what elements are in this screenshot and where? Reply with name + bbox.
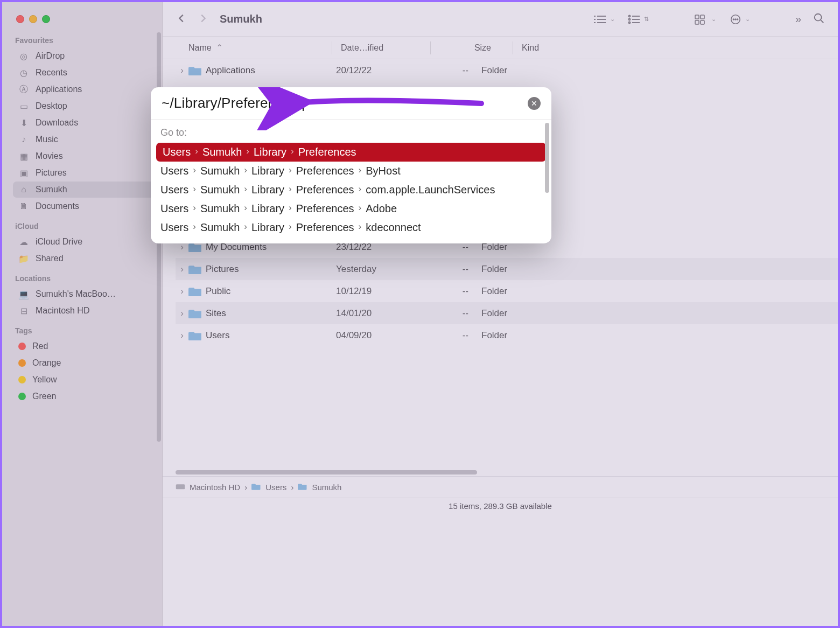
path-part: com.apple.LaunchServices — [366, 184, 495, 196]
disclosure-triangle-icon[interactable]: › — [176, 286, 188, 297]
suggestion-row[interactable]: Users› Sumukh› Library› Preferences› com… — [151, 180, 551, 199]
column-header-name[interactable]: Name⌃ — [188, 43, 323, 53]
search-button[interactable] — [813, 12, 825, 26]
sidebar-item-pictures[interactable]: ▣Pictures — [13, 165, 155, 181]
path-part: Preferences — [296, 221, 354, 234]
chevron-right-icon: › — [243, 165, 248, 177]
input-text: ~/Library/Preferences/ — [162, 95, 302, 111]
column-header-kind[interactable]: Kind — [522, 43, 838, 53]
airdrop-icon: ◎ — [18, 51, 29, 61]
tag-red-icon — [18, 343, 26, 350]
sidebar-item-label: Macintosh HD — [36, 306, 89, 316]
suggestion-row[interactable]: Users› Sumukh› Library› Preferences — [156, 143, 546, 162]
disclosure-triangle-icon[interactable]: › — [176, 308, 188, 319]
sidebar-tag-red[interactable]: Red — [13, 338, 155, 354]
header-label: Name — [188, 43, 212, 53]
suggestion-row[interactable]: Users› Sumukh› Library› Preferences› ByH… — [151, 162, 551, 180]
downloads-icon: ⬇ — [18, 118, 29, 128]
chevron-down-icon: ⌄ — [711, 16, 716, 23]
sidebar-tag-orange[interactable]: Orange — [13, 355, 155, 371]
svg-point-18 — [735, 19, 736, 20]
sidebar-tag-green[interactable]: Green — [13, 388, 155, 404]
path-bar: Macintosh HD › Users › Sumukh — [163, 476, 838, 498]
sidebar-item-downloads[interactable]: ⬇Downloads — [13, 115, 155, 131]
goto-scrollbar[interactable] — [545, 123, 549, 193]
chevron-right-icon: › — [358, 203, 363, 215]
svg-point-6 — [628, 15, 630, 17]
tag-orange-icon — [18, 359, 26, 367]
folder-icon — [298, 483, 307, 492]
column-header-date[interactable]: Date…ified — [341, 43, 422, 53]
chevron-right-icon: › — [288, 184, 293, 196]
svg-point-7 — [628, 18, 630, 20]
sidebar-item-applications[interactable]: ⒶApplications — [13, 81, 155, 97]
sidebar-item-recents[interactable]: ◷Recents — [13, 65, 155, 81]
sidebar-item-label: Downloads — [36, 118, 78, 128]
sidebar-item-sumukh[interactable]: ⌂Sumukh — [13, 182, 155, 198]
disclosure-triangle-icon[interactable]: › — [176, 65, 188, 76]
path-segment[interactable]: Sumukh — [312, 483, 341, 492]
view-options-button[interactable]: ⇅ — [627, 13, 649, 25]
file-name: Public — [202, 286, 336, 297]
file-name: Sites — [202, 308, 336, 319]
svg-rect-12 — [695, 15, 699, 19]
file-row[interactable]: › Public 10/12/19 -- Folder — [176, 280, 838, 302]
chevron-right-icon: › — [192, 184, 197, 196]
file-row[interactable]: › Users 04/09/20 -- Folder — [176, 324, 838, 346]
nav-back-button[interactable] — [176, 12, 187, 26]
column-header-size[interactable]: Size — [439, 43, 504, 53]
sidebar-item-music[interactable]: ♪Music — [13, 131, 155, 148]
file-row[interactable]: › Pictures Yesterday -- Folder — [176, 258, 838, 280]
horizontal-scrollbar[interactable] — [176, 469, 825, 476]
icon-size-button[interactable]: ⌄ — [694, 13, 716, 25]
tag-green-icon — [18, 393, 26, 400]
disclosure-triangle-icon[interactable]: › — [176, 330, 188, 341]
sidebar-item-icloud-drive[interactable]: ☁iCloud Drive — [13, 234, 155, 250]
action-menu-button[interactable]: ⌄ — [728, 13, 750, 25]
chevron-right-icon: › — [243, 203, 248, 215]
sidebar-item-macbook[interactable]: 💻Sumukh's MacBoo… — [13, 286, 155, 302]
disk-icon — [176, 483, 185, 492]
sidebar-item-desktop[interactable]: ▭Desktop — [13, 98, 155, 114]
sidebar-item-airdrop[interactable]: ◎AirDrop — [13, 48, 155, 64]
disclosure-triangle-icon[interactable]: › — [176, 264, 188, 275]
file-kind: Folder — [481, 308, 507, 319]
path-part: Users — [160, 184, 188, 196]
nav-forward-button[interactable] — [197, 12, 209, 26]
sidebar-item-movies[interactable]: ▦Movies — [13, 148, 155, 164]
toolbar: Sumukh ⌄ ⇅ ⌄ ⌄ » — [163, 2, 838, 37]
file-row[interactable]: › Applications 20/12/22 -- Folder — [176, 59, 838, 81]
go-to-path-input[interactable]: ~/Library/Preferences/ — [162, 95, 528, 111]
path-part: Sumukh — [200, 203, 240, 215]
zoom-window-button[interactable] — [42, 15, 50, 23]
path-segment[interactable]: Users — [265, 483, 286, 492]
chevron-right-icon: › — [288, 221, 293, 234]
path-part: Library — [254, 146, 286, 158]
cloud-icon: ☁ — [18, 237, 29, 247]
sidebar-item-macintosh-hd[interactable]: ⊟Macintosh HD — [13, 303, 155, 319]
file-date: 10/12/19 — [336, 286, 417, 297]
svg-rect-15 — [701, 20, 704, 24]
minimize-window-button[interactable] — [29, 15, 37, 23]
file-kind: Folder — [481, 264, 507, 275]
suggestion-row[interactable]: Users› Sumukh› Library› Preferences› kde… — [151, 218, 551, 237]
svg-rect-22 — [176, 484, 185, 489]
suggestion-row[interactable]: Users› Sumukh› Library› Preferences› Ado… — [151, 199, 551, 218]
text-caret — [303, 97, 304, 111]
chevron-right-icon: › — [358, 221, 363, 234]
overflow-button[interactable]: » — [795, 13, 801, 25]
clear-input-button[interactable]: ✕ — [528, 97, 541, 110]
path-part: kdeconnect — [366, 221, 421, 234]
sidebar-item-documents[interactable]: 🗎Documents — [13, 198, 155, 214]
group-by-button[interactable]: ⌄ — [593, 13, 615, 25]
sidebar-item-label: Red — [32, 341, 48, 351]
file-name: Users — [202, 330, 336, 341]
sidebar-item-label: Yellow — [32, 375, 57, 385]
close-window-button[interactable] — [16, 15, 24, 23]
file-row[interactable]: › Sites 14/01/20 -- Folder — [176, 302, 838, 324]
file-size: -- — [417, 264, 481, 275]
sidebar-item-shared[interactable]: 📁Shared — [13, 250, 155, 267]
path-segment[interactable]: Macintosh HD — [190, 483, 240, 492]
sidebar-tag-yellow[interactable]: Yellow — [13, 372, 155, 388]
sidebar-item-label: Documents — [36, 201, 79, 211]
